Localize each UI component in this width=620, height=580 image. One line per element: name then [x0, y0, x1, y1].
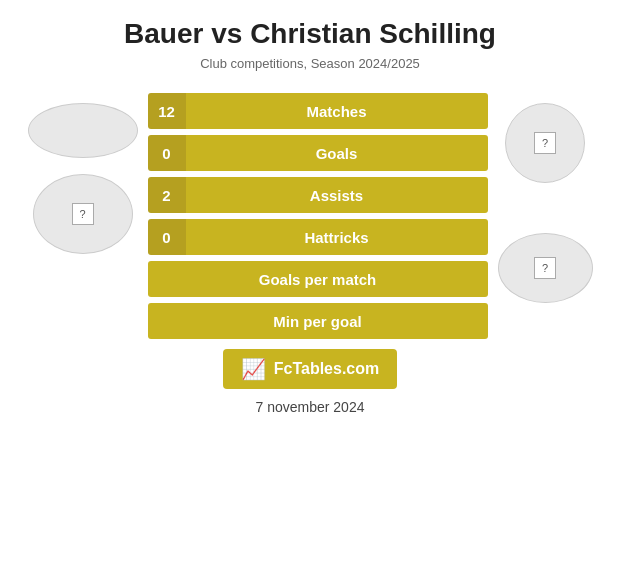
right-player-avatar-top: ? [505, 103, 585, 183]
stat-label: Goals [186, 135, 488, 171]
stat-label-only: Goals per match [148, 261, 488, 297]
stat-label: Matches [186, 93, 488, 129]
right-player-avatars: ? ? [498, 103, 593, 303]
stat-row: 12Matches [148, 93, 488, 129]
stat-row: 0Goals [148, 135, 488, 171]
stat-row: 0Hattricks [148, 219, 488, 255]
left-player-avatar-top [28, 103, 138, 158]
logo-icon: 📈 [241, 357, 266, 381]
logo-box: 📈 FcTables.com [223, 349, 398, 389]
right-player-avatar-bottom: ? [498, 233, 593, 303]
date-label: 7 november 2024 [256, 399, 365, 415]
stat-value: 0 [148, 135, 186, 171]
stats-center: 12Matches0Goals2Assists0HattricksGoals p… [148, 93, 488, 339]
page: Bauer vs Christian Schilling Club compet… [0, 0, 620, 580]
stat-row: Goals per match [148, 261, 488, 297]
left-player-avatar-bottom: ? [33, 174, 133, 254]
stat-label: Assists [186, 177, 488, 213]
page-subtitle: Club competitions, Season 2024/2025 [200, 56, 420, 71]
right-player-question-icon-bottom: ? [534, 257, 556, 279]
left-player-question-icon: ? [72, 203, 94, 225]
stat-label-only: Min per goal [148, 303, 488, 339]
stat-value: 0 [148, 219, 186, 255]
left-player-avatars: ? [28, 103, 138, 254]
stat-row: Min per goal [148, 303, 488, 339]
right-player-question-icon-top: ? [534, 132, 556, 154]
logo-area: 📈 FcTables.com [223, 349, 398, 389]
comparison-area: ? 12Matches0Goals2Assists0HattricksGoals… [20, 93, 600, 339]
page-title: Bauer vs Christian Schilling [124, 18, 496, 50]
stat-value: 12 [148, 93, 186, 129]
stat-value: 2 [148, 177, 186, 213]
logo-text: FcTables.com [274, 360, 380, 378]
stat-row: 2Assists [148, 177, 488, 213]
stat-label: Hattricks [186, 219, 488, 255]
